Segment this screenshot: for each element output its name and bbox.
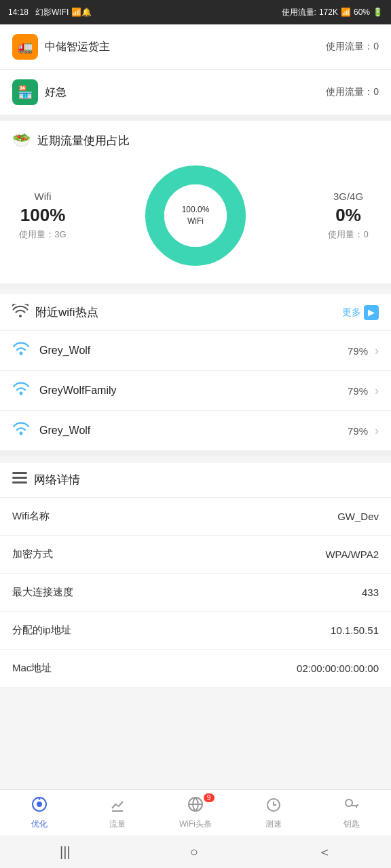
status-battery: 60% [354, 7, 370, 17]
cellular-pct: 0% [335, 205, 361, 226]
more-arrow-icon: ▶ [364, 305, 379, 320]
status-traffic-label: 使用流量: [282, 7, 316, 18]
svg-rect-7 [12, 481, 27, 484]
wifi-name-2: Grey_Wolf [39, 425, 348, 437]
donut-chart: 100.0% WiFi [141, 161, 250, 270]
sys-menu-btn[interactable]: ||| [43, 839, 87, 865]
traffic-section-title: 近期流量使用占比 [37, 133, 130, 149]
bottom-nav: 优化 流量 9 WiFi头条 测速 [0, 789, 391, 835]
nav-wifi-news-badge: 9 [204, 793, 215, 802]
nav-speedtest-icon [265, 796, 282, 816]
wifi-strength-1: 79% [348, 385, 368, 397]
svg-point-10 [38, 797, 40, 800]
wifi-signal-icon-2 [12, 422, 30, 439]
nav-wifi-news-icon [187, 796, 204, 816]
nav-speedtest[interactable]: 测速 [235, 792, 313, 834]
nav-optimize-icon [31, 796, 48, 816]
app-name-0: 中储智运货主 [45, 40, 319, 54]
ip-val: 10.1.50.51 [331, 625, 379, 636]
nav-key[interactable]: 钥匙 [313, 792, 391, 834]
net-detail-mac: Mac地址 02:00:00:00:00:00 [0, 650, 391, 688]
mac-key: Mac地址 [12, 662, 52, 675]
app-icon-1: 🏪 [12, 79, 38, 105]
nav-key-label: 钥匙 [343, 818, 360, 830]
status-icons: 📶🔔 [71, 7, 92, 17]
app-traffic-label-1: 使用流量：0 [326, 86, 379, 98]
donut-center: 100.0% WiFi [182, 204, 210, 227]
status-app-name: 幻影WIFI [35, 7, 69, 18]
wifi-signal-icon-1 [12, 382, 30, 399]
ip-key: 分配的ip地址 [12, 624, 71, 637]
encryption-key: 加密方式 [12, 548, 53, 561]
net-detail-max-speed: 最大连接速度 433 [0, 574, 391, 612]
status-time: 14:18 [8, 7, 29, 17]
nav-optimize[interactable]: 优化 [0, 792, 78, 834]
network-details-header: 网络详情 [0, 462, 391, 498]
wifi-hotspots-left: 附近wifi热点 [12, 304, 98, 321]
wifi-item-0[interactable]: Grey_Wolf 79% › [0, 331, 391, 371]
nav-key-icon [343, 796, 360, 816]
svg-rect-6 [12, 477, 27, 479]
divider-3 [0, 451, 391, 456]
app-item-0[interactable]: 🚛 中储智运货主 使用流量：0 [0, 24, 391, 70]
sys-back-btn[interactable]: ＜ [301, 837, 348, 867]
wifi-usage: 使用量：3G [19, 229, 66, 241]
wifi-item-2[interactable]: Grey_Wolf 79% › [0, 411, 391, 451]
encryption-val: WPA/WPA2 [325, 549, 379, 560]
network-details-icon [12, 472, 27, 488]
svg-point-15 [346, 800, 352, 806]
more-label: 更多 [342, 307, 361, 319]
nav-wifi-news[interactable]: 9 WiFi头条 [156, 792, 234, 834]
battery-icon: 🔋 [373, 7, 383, 17]
traffic-chart-row: Wifi 100% 使用量：3G 100.0% WiFi 3G/ [12, 161, 379, 270]
donut-label: WiFi [182, 216, 210, 227]
app-icon-0: 🚛 [12, 34, 38, 60]
wifi-name-val: GW_Dev [337, 511, 379, 522]
nav-optimize-label: 优化 [31, 818, 48, 830]
net-detail-ip: 分配的ip地址 10.1.50.51 [0, 612, 391, 650]
donut-pct: 100.0% [182, 204, 210, 216]
nav-traffic-label: 流量 [109, 818, 126, 830]
status-bar: 14:18 幻影WIFI 📶🔔 使用流量: 172K 📶 60% 🔋 [0, 0, 391, 24]
max-speed-key: 最大连接速度 [12, 586, 73, 599]
wifi-pct: 100% [20, 205, 66, 226]
app-traffic-label-0: 使用流量：0 [326, 41, 379, 53]
wifi-more-link[interactable]: 更多 ▶ [342, 305, 379, 320]
cellular-usage: 使用量：0 [328, 229, 368, 241]
wifi-stat: Wifi 100% 使用量：3G [12, 191, 73, 241]
wifi-name-1: GreyWolfFamily [39, 384, 348, 397]
wifi-name-0: Grey_Wolf [39, 344, 348, 357]
app-name-1: 好急 [45, 85, 319, 100]
network-detail-list: Wifi名称 GW_Dev 加密方式 WPA/WPA2 最大连接速度 433 分… [0, 498, 391, 688]
wifi-strength-2: 79% [348, 425, 368, 437]
network-details-title: 网络详情 [34, 472, 80, 488]
wifi-item-1[interactable]: GreyWolfFamily 79% › [0, 371, 391, 411]
system-navbar: ||| ○ ＜ [0, 835, 391, 868]
svg-point-4 [20, 432, 23, 435]
sys-home-btn[interactable]: ○ [174, 839, 215, 865]
app-item-1[interactable]: 🏪 好急 使用流量：0 [0, 70, 391, 115]
wifi-signal-icon-0 [12, 342, 30, 359]
cellular-stat: 3G/4G 0% 使用量：0 [318, 191, 379, 241]
max-speed-val: 433 [362, 587, 379, 598]
nav-traffic[interactable]: 流量 [78, 792, 156, 834]
net-detail-wifi-name: Wifi名称 GW_Dev [0, 498, 391, 536]
traffic-section: 🥗 近期流量使用占比 Wifi 100% 使用量：3G 100.0% [0, 121, 391, 283]
wifi-hotspots-header: 附近wifi热点 更多 ▶ [0, 294, 391, 331]
wifi-name-key: Wifi名称 [12, 510, 50, 523]
svg-point-2 [20, 352, 23, 355]
status-traffic-value: 172K [319, 7, 338, 17]
nav-traffic-icon [109, 796, 126, 816]
wifi-label: Wifi [35, 191, 52, 202]
divider-2 [0, 283, 391, 289]
traffic-title-row: 🥗 近期流量使用占比 [12, 132, 379, 149]
net-detail-encryption: 加密方式 WPA/WPA2 [0, 536, 391, 574]
svg-rect-5 [12, 472, 27, 474]
wifi-hotspots-icon [12, 304, 29, 321]
traffic-section-icon: 🥗 [12, 132, 31, 149]
svg-point-3 [20, 392, 23, 395]
divider-1 [0, 115, 391, 121]
wifi-list: Grey_Wolf 79% › GreyWolfFamily 79% › [0, 331, 391, 451]
svg-point-9 [37, 802, 42, 807]
wifi-chevron-2: › [375, 424, 379, 438]
